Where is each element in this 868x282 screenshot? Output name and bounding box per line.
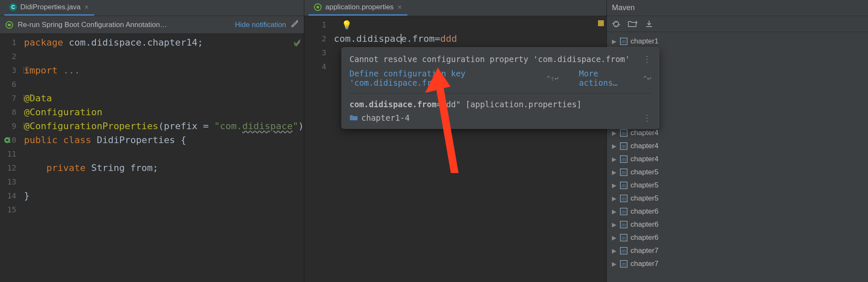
expand-arrow-icon[interactable]: ▶ xyxy=(611,260,617,267)
maven-module-item[interactable]: ▶mchapter6 xyxy=(607,231,868,244)
expand-arrow-icon[interactable]: ▶ xyxy=(611,156,617,163)
close-icon[interactable]: ✕ xyxy=(84,4,89,11)
bean-gutter-icon[interactable] xyxy=(3,136,11,144)
right-gutter: 1 2 3 4 xyxy=(304,16,334,282)
expand-arrow-icon[interactable]: ▶ xyxy=(611,247,617,254)
svg-text:m: m xyxy=(622,39,626,45)
expand-arrow-icon[interactable]: ▶ xyxy=(611,130,617,136)
maven-module-icon: m xyxy=(620,129,628,137)
svg-text:m: m xyxy=(622,170,626,176)
expand-arrow-icon[interactable]: ▶ xyxy=(611,169,617,176)
define-config-key-action[interactable]: Define configuration key 'com.didispace.… xyxy=(349,69,536,87)
expand-arrow-icon[interactable]: ▶ xyxy=(611,182,617,189)
maven-module-item[interactable]: ▶mchapter7 xyxy=(607,244,868,257)
java-class-icon: C xyxy=(9,3,17,11)
expand-arrow-icon[interactable]: ▶ xyxy=(611,195,617,202)
tooltip-menu-icon[interactable]: ⋮ xyxy=(643,55,651,63)
download-icon[interactable] xyxy=(645,20,653,28)
svg-text:m: m xyxy=(622,209,626,215)
module-name: chapter5 xyxy=(631,181,658,190)
svg-text:m: m xyxy=(622,183,626,189)
maven-module-icon: m xyxy=(620,207,628,216)
module-name: chapter4 xyxy=(631,142,658,150)
tooltip-title: Cannot resolve configuration property 'c… xyxy=(349,54,630,64)
analysis-ok-icon xyxy=(293,38,301,49)
svg-text:m: m xyxy=(622,157,626,163)
left-code-area[interactable]: package com.didispace.chapter14; import … xyxy=(24,34,304,282)
maven-toolbar xyxy=(607,16,868,32)
svg-text:m: m xyxy=(622,222,626,228)
maven-module-icon: m xyxy=(620,181,628,190)
svg-text:m: m xyxy=(622,248,626,254)
right-editor-panel: application.properties ✕ 1 2 3 4 💡 com.d… xyxy=(304,0,606,282)
tab-didiproperties[interactable]: C DidiProperties.java ✕ xyxy=(4,0,94,16)
right-tab-bar: application.properties ✕ xyxy=(304,0,606,16)
right-code-area[interactable]: 💡 com.didispace.from=ddd Cannot resolve … xyxy=(334,16,606,282)
tab-application-properties[interactable]: application.properties ✕ xyxy=(308,0,407,16)
more-actions-link[interactable]: More actions… xyxy=(579,69,633,87)
maven-module-item[interactable]: ▶mchapter5 xyxy=(607,179,868,192)
maven-module-icon: m xyxy=(620,233,628,242)
maven-module-item[interactable]: ▶mchapter5 xyxy=(607,165,868,179)
folder-icon xyxy=(349,113,358,122)
maven-module-item[interactable]: ▶mchapter6 xyxy=(607,205,868,218)
expand-arrow-icon[interactable]: ▶ xyxy=(611,221,617,228)
expand-arrow-icon[interactable]: ▶ xyxy=(611,234,617,241)
module-name: chapter6 xyxy=(631,207,658,216)
maven-module-item[interactable]: ▶mchapter1 xyxy=(607,35,868,48)
module-name: chapter6 xyxy=(631,233,658,242)
module-name: chapter6 xyxy=(631,220,658,229)
maven-module-item[interactable]: ▶mchapter4 xyxy=(607,139,868,152)
module-name: chapter5 xyxy=(631,168,658,176)
svg-text:m: m xyxy=(622,144,626,149)
expand-arrow-icon[interactable]: ▶ xyxy=(611,208,617,215)
refresh-icon[interactable] xyxy=(612,20,620,28)
shortcut-hint: ⌃⇧↩ xyxy=(546,74,559,82)
tab-label: application.properties xyxy=(325,3,394,11)
maven-header: Maven xyxy=(607,0,868,16)
svg-text:m: m xyxy=(622,261,626,267)
maven-module-icon: m xyxy=(620,220,628,229)
module-name: chapter4 xyxy=(631,129,658,137)
maven-module-item[interactable]: ▶mchapter6 xyxy=(607,218,868,231)
tooltip-ref-key: com.didispace.from xyxy=(349,100,437,109)
maven-tool-window: Maven ▶mchapter1▶mchapter2▶mchapter2▶mch… xyxy=(606,0,868,282)
maven-title: Maven xyxy=(612,3,635,12)
maven-module-icon: m xyxy=(620,247,628,255)
tooltip-ref-menu-icon[interactable]: ⋮ xyxy=(643,114,651,122)
left-gutter: 1 2 3+ 6 7− 8 9− 10 11 12 13 14 15 xyxy=(0,34,24,282)
tooltip-ref-module: chapter1-4 xyxy=(361,113,409,122)
maven-module-item[interactable]: ▶mchapter5 xyxy=(607,192,868,205)
tab-label: DidiProperties.java xyxy=(20,3,81,11)
generate-sources-icon[interactable] xyxy=(628,20,637,28)
module-name: chapter5 xyxy=(631,194,658,203)
svg-point-3 xyxy=(317,6,319,8)
svg-text:m: m xyxy=(622,130,626,136)
maven-module-item[interactable]: ▶mchapter4 xyxy=(607,152,868,165)
left-tab-bar: C DidiProperties.java ✕ xyxy=(0,0,304,16)
svg-rect-4 xyxy=(354,118,357,120)
close-icon[interactable]: ✕ xyxy=(397,4,402,11)
right-side: application.properties ✕ 1 2 3 4 💡 com.d… xyxy=(304,0,868,282)
svg-text:m: m xyxy=(622,196,626,202)
left-code-editor[interactable]: 1 2 3+ 6 7− 8 9− 10 11 12 13 14 15 packa… xyxy=(0,34,304,282)
tooltip-ref-file: [application.properties] xyxy=(466,100,582,109)
notification-bar: Re-run Spring Boot Configuration Annotat… xyxy=(0,16,304,34)
module-name: chapter7 xyxy=(631,247,658,255)
expand-arrow-icon[interactable]: ▶ xyxy=(611,38,617,45)
wrench-icon[interactable] xyxy=(290,19,299,30)
module-name: chapter7 xyxy=(631,260,658,268)
right-code-editor[interactable]: 1 2 3 4 💡 com.didispace.from=ddd C xyxy=(304,16,606,282)
module-name: chapter4 xyxy=(631,155,658,163)
expand-arrow-icon[interactable]: ▶ xyxy=(611,143,617,149)
maven-module-icon: m xyxy=(620,194,628,203)
hide-notification-link[interactable]: Hide notification xyxy=(235,21,286,29)
module-name: chapter1 xyxy=(631,37,658,46)
spring-properties-icon xyxy=(314,3,322,11)
inspection-tooltip: Cannot resolve configuration property 'c… xyxy=(341,47,659,129)
shortcut-hint: ⌃↩ xyxy=(643,74,651,82)
intention-bulb-icon[interactable]: 💡 xyxy=(341,20,352,30)
maven-module-item[interactable]: ▶mchapter7 xyxy=(607,257,868,270)
maven-module-icon: m xyxy=(620,142,628,150)
maven-module-icon: m xyxy=(620,168,628,176)
